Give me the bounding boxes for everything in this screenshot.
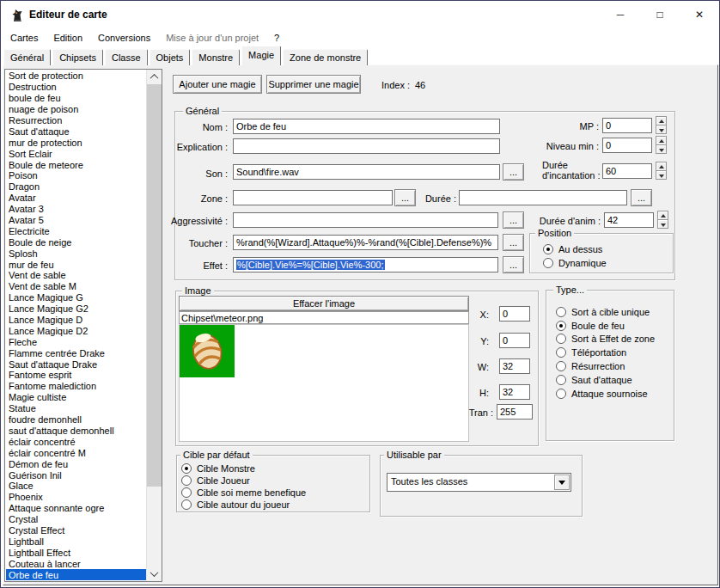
tab[interactable]: Objets bbox=[149, 49, 191, 65]
list-item[interactable]: Attaque sonnante ogre bbox=[6, 503, 146, 514]
menu-item[interactable]: ? bbox=[266, 30, 287, 46]
menu-item[interactable]: Edition bbox=[46, 30, 90, 46]
son-browse-button[interactable]: ... bbox=[503, 163, 524, 181]
list-item[interactable]: Lightball bbox=[6, 536, 146, 547]
list-item[interactable]: Phoenix bbox=[6, 492, 146, 503]
list-item[interactable]: nuage de poison bbox=[6, 104, 146, 115]
radio-icon[interactable] bbox=[556, 321, 566, 331]
list-item[interactable]: Glace bbox=[6, 481, 146, 492]
mp-input[interactable]: 0 bbox=[602, 118, 652, 133]
spin-down-button[interactable] bbox=[656, 170, 667, 180]
radio-icon[interactable] bbox=[181, 475, 192, 486]
list-item[interactable]: Flamme centrée Drake bbox=[6, 347, 146, 358]
dropdown-arrow-icon[interactable] bbox=[554, 475, 570, 490]
list-item[interactable]: Poison bbox=[6, 170, 146, 181]
list-item[interactable]: Guérison Inil bbox=[6, 469, 146, 481]
list-item[interactable]: Vent de sable M bbox=[6, 281, 146, 292]
list-scrollbar[interactable] bbox=[146, 70, 162, 581]
menu-item[interactable]: Mise à jour d'un projet bbox=[158, 30, 266, 46]
effet-input[interactable]: %[Cible].Vie%=%[Cible].Vie%-300; bbox=[233, 257, 498, 273]
incantation-input[interactable]: 60 bbox=[602, 163, 652, 179]
duree-browse-button[interactable]: ... bbox=[631, 189, 652, 206]
radio-icon[interactable] bbox=[556, 375, 566, 385]
niveau-min-input[interactable]: 0 bbox=[602, 138, 652, 153]
add-magic-button[interactable]: Ajouter une magie bbox=[173, 75, 262, 94]
w-input[interactable]: 32 bbox=[499, 358, 530, 374]
maximize-icon[interactable]: □ bbox=[640, 1, 680, 28]
list-item[interactable]: Resurrection bbox=[6, 115, 146, 126]
list-item[interactable]: Avatar 5 bbox=[6, 215, 146, 226]
list-item[interactable]: Démon de feu bbox=[6, 458, 146, 469]
radio-icon[interactable] bbox=[181, 463, 192, 474]
y-input[interactable]: 0 bbox=[499, 333, 530, 348]
list-item[interactable]: Electricite bbox=[6, 225, 146, 236]
list-item[interactable]: Fantome malediction bbox=[6, 381, 146, 392]
radio-option[interactable]: Au dessus bbox=[543, 242, 607, 256]
radio-icon[interactable] bbox=[181, 487, 192, 498]
list-item[interactable]: Saut d'attaque Drake bbox=[6, 358, 146, 370]
zone-input[interactable] bbox=[233, 190, 393, 205]
radio-option[interactable]: Cible soi meme benefique bbox=[181, 487, 306, 499]
radio-icon[interactable] bbox=[543, 258, 553, 268]
list-item[interactable]: Vent de sable bbox=[6, 270, 146, 281]
list-item[interactable]: Crystal bbox=[6, 514, 146, 525]
tab[interactable]: Général bbox=[3, 49, 51, 65]
list-item[interactable]: Crystal Effect bbox=[6, 525, 146, 536]
list-item[interactable]: Lance Magique G bbox=[6, 292, 146, 303]
list-item[interactable]: Avatar 3 bbox=[6, 204, 146, 215]
list-item[interactable]: foudre demonhell bbox=[6, 414, 146, 426]
radio-option[interactable]: Sort à cible unique bbox=[556, 305, 655, 319]
list-item[interactable]: Lance Magique D2 bbox=[6, 325, 146, 336]
radio-option[interactable]: Saut d'attaque bbox=[556, 373, 655, 387]
tab[interactable]: Classe bbox=[105, 49, 148, 65]
spin-down-button[interactable] bbox=[656, 144, 667, 154]
radio-icon[interactable] bbox=[556, 389, 566, 399]
list-item[interactable]: éclair concentré bbox=[6, 436, 146, 447]
clear-image-button[interactable]: Effacer l'image bbox=[179, 296, 469, 311]
list-item[interactable]: Magie cultiste bbox=[6, 392, 146, 403]
list-item[interactable]: saut d'attaque demonhell bbox=[6, 426, 146, 437]
radio-icon[interactable] bbox=[556, 307, 566, 317]
radio-option[interactable]: Cible Monstre bbox=[181, 462, 306, 475]
minimize-icon[interactable]: ─ bbox=[601, 1, 640, 28]
radio-option[interactable]: Boule de feu bbox=[556, 319, 655, 333]
x-input[interactable]: 0 bbox=[499, 306, 530, 322]
nom-input[interactable]: Orbe de feu bbox=[233, 119, 500, 134]
tab[interactable]: Monstre bbox=[192, 49, 240, 65]
radio-option[interactable]: Téléportation bbox=[556, 346, 655, 359]
list-item[interactable]: boule de feu bbox=[6, 93, 146, 104]
list-item[interactable]: Dragon bbox=[6, 181, 146, 193]
spin-down-button[interactable] bbox=[657, 219, 668, 229]
list-item[interactable]: mur de feu bbox=[6, 259, 146, 270]
duree-input[interactable] bbox=[459, 190, 627, 205]
tran-input[interactable]: 255 bbox=[497, 404, 533, 420]
class-select[interactable]: Toutes les classes bbox=[387, 473, 571, 492]
radio-icon[interactable] bbox=[181, 499, 192, 510]
remove-magic-button[interactable]: Supprimer une magie bbox=[266, 75, 361, 94]
effet-browse-button[interactable]: ... bbox=[503, 256, 524, 273]
duree-anim-input[interactable]: 42 bbox=[604, 212, 654, 228]
toucher-browse-button[interactable]: ... bbox=[503, 234, 524, 251]
list-item[interactable]: Sort Eclair bbox=[6, 148, 146, 159]
list-item[interactable]: Boule de meteore bbox=[6, 159, 146, 170]
radio-option[interactable]: Cible Joueur bbox=[181, 475, 306, 487]
radio-option[interactable]: Résurrection bbox=[556, 359, 655, 373]
list-item[interactable]: Avatar bbox=[6, 193, 146, 204]
list-item[interactable]: Boule de neige bbox=[6, 236, 146, 248]
son-input[interactable]: Sound\fire.wav bbox=[233, 164, 500, 180]
list-item[interactable]: Fleche bbox=[6, 336, 146, 347]
list-item[interactable]: Lance Magique D bbox=[6, 315, 146, 326]
h-input[interactable]: 32 bbox=[499, 384, 530, 400]
spin-down-button[interactable] bbox=[656, 125, 667, 134]
radio-option[interactable]: Cible autour du joueur bbox=[181, 499, 306, 511]
radio-option[interactable]: Attaque sournoise bbox=[556, 387, 655, 401]
zone-browse-button[interactable]: ... bbox=[394, 189, 416, 206]
list-item[interactable]: Saut d'attaque bbox=[6, 126, 146, 137]
radio-option[interactable]: Sort à Effet de zone bbox=[556, 333, 655, 346]
menu-item[interactable]: Conversions bbox=[90, 30, 158, 46]
tab[interactable]: Magie bbox=[241, 46, 281, 65]
scroll-thumb[interactable] bbox=[147, 84, 162, 487]
radio-icon[interactable] bbox=[556, 361, 566, 371]
list-item[interactable]: Lance Magique G2 bbox=[6, 303, 146, 315]
aggressivite-browse-button[interactable]: ... bbox=[503, 211, 524, 229]
